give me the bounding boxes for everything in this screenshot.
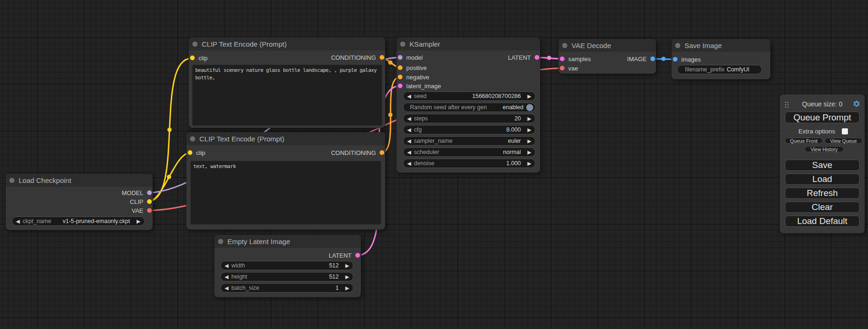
slot-dot-conditioning[interactable] <box>380 55 384 60</box>
widget-height[interactable]: ◀ height 512 ▶ <box>220 272 353 281</box>
input-slot-latent-image[interactable]: latent_image <box>398 83 441 89</box>
slot-dot-latent[interactable] <box>535 55 539 60</box>
node-title-bar[interactable]: Load Checkpoint <box>6 174 153 187</box>
node-title-bar[interactable]: CLIP Text Encode (Prompt) <box>189 37 385 50</box>
prompt-textarea[interactable]: text, watermark <box>191 161 381 224</box>
slot-dot-conditioning[interactable] <box>398 75 402 79</box>
widget-denoise[interactable]: ◀ denoise 1.000 ▶ <box>403 159 536 168</box>
slot-dot-latent[interactable] <box>398 84 402 88</box>
widget-sampler-name[interactable]: ◀ sampler_name euler ▶ <box>403 136 536 146</box>
input-slot-model[interactable]: model <box>398 54 423 61</box>
widget-batch-size[interactable]: ◀ batch_size 1 ▶ <box>220 283 353 293</box>
node-title-bar[interactable]: Empty Latent Image <box>214 235 361 248</box>
widget-cfg[interactable]: ◀ cfg 8.000 ▶ <box>403 125 536 134</box>
queue-prompt-button[interactable]: Queue Prompt <box>785 112 860 123</box>
graph-canvas[interactable]: Load Checkpoint MODEL CLIP VAE ◀ ckpt_na… <box>0 0 868 329</box>
node-vae-decode[interactable]: VAE Decode samples vae IMAGE <box>558 39 656 74</box>
load-button[interactable]: Load <box>785 174 860 185</box>
decrement-arrow-icon[interactable]: ◀ <box>225 285 228 291</box>
widget-filename-prefix[interactable]: filename_prefix ComfyUI <box>677 65 762 74</box>
comfy-menu-panel[interactable]: Queue size: 0 Queue Prompt Extra options… <box>780 94 865 233</box>
decrement-arrow-icon[interactable]: ◀ <box>407 127 411 133</box>
slot-dot-clip[interactable] <box>147 199 152 204</box>
slot-dot-latent[interactable] <box>355 253 360 258</box>
slot-dot-clip[interactable] <box>190 56 195 60</box>
widget-seed[interactable]: ◀ seed 156680208700286 ▶ <box>403 91 536 101</box>
collapse-dot-icon[interactable] <box>218 239 223 244</box>
input-slot-clip[interactable]: clip <box>190 55 208 61</box>
widget-scheduler[interactable]: ◀ scheduler normal ▶ <box>403 147 536 157</box>
link-dot[interactable] <box>547 56 551 60</box>
collapse-dot-icon[interactable] <box>675 43 680 48</box>
output-slot-latent[interactable]: LATENT <box>329 252 360 259</box>
slot-dot-clip[interactable] <box>188 150 192 155</box>
increment-arrow-icon[interactable]: ▶ <box>528 138 531 144</box>
output-slot-conditioning[interactable]: CONDITIONING <box>331 54 384 61</box>
input-slot-vae[interactable]: vae <box>560 65 578 71</box>
increment-arrow-icon[interactable]: ▶ <box>528 161 531 167</box>
slot-dot-latent[interactable] <box>560 56 565 61</box>
collapse-dot-icon[interactable] <box>562 43 567 48</box>
settings-gear-icon[interactable] <box>853 100 861 108</box>
slot-dot-image[interactable] <box>673 57 677 62</box>
slot-dot-image[interactable] <box>650 56 655 61</box>
slot-dot-vae[interactable] <box>560 66 565 70</box>
node-load-checkpoint[interactable]: Load Checkpoint MODEL CLIP VAE ◀ ckpt_na… <box>6 174 153 230</box>
slot-dot-conditioning[interactable] <box>380 150 384 155</box>
slot-dot-vae[interactable] <box>147 208 152 213</box>
node-title-bar[interactable]: KSampler <box>396 37 540 50</box>
node-ksampler[interactable]: KSampler model positive negative latent_… <box>396 37 540 173</box>
node-title-bar[interactable]: CLIP Text Encode (Prompt) <box>186 132 385 145</box>
output-slot-conditioning[interactable]: CONDITIONING <box>331 149 384 156</box>
save-button[interactable]: Save <box>785 160 860 171</box>
decrement-arrow-icon[interactable]: ◀ <box>16 218 20 224</box>
increment-arrow-icon[interactable]: ▶ <box>137 218 141 224</box>
widget-width[interactable]: ◀ width 512 ▶ <box>220 261 353 270</box>
node-clip-text-encode-positive[interactable]: CLIP Text Encode (Prompt) clip CONDITION… <box>189 37 385 128</box>
collapse-dot-icon[interactable] <box>192 42 198 47</box>
clear-button[interactable]: Clear <box>785 202 860 213</box>
input-slot-positive[interactable]: positive <box>398 64 427 71</box>
slot-dot-model[interactable] <box>147 190 152 195</box>
input-slot-samples[interactable]: samples <box>560 56 591 62</box>
widget-random-seed[interactable]: Random seed after every gen enabled <box>403 103 536 112</box>
decrement-arrow-icon[interactable]: ◀ <box>407 116 411 122</box>
queue-front-button[interactable]: Queue Front <box>785 138 823 144</box>
node-empty-latent-image[interactable]: Empty Latent Image LATENT ◀ width 512 ▶ … <box>214 235 361 297</box>
increment-arrow-icon[interactable]: ▶ <box>346 263 349 269</box>
widget-ckpt-name[interactable]: ◀ ckpt_name v1-5-pruned-emaonly.ckpt ▶ <box>12 217 145 226</box>
increment-arrow-icon[interactable]: ▶ <box>528 93 531 99</box>
collapse-dot-icon[interactable] <box>400 42 405 47</box>
load-default-button[interactable]: Load Default <box>785 216 860 227</box>
node-save-image[interactable]: Save Image images filename_prefix ComfyU… <box>671 39 770 79</box>
slot-dot-model[interactable] <box>398 55 402 60</box>
prompt-textarea[interactable]: beautiful scenery nature glass bottle la… <box>192 65 382 126</box>
refresh-button[interactable]: Refresh <box>785 188 860 199</box>
decrement-arrow-icon[interactable]: ◀ <box>407 149 411 155</box>
output-slot-clip[interactable]: CLIP <box>130 198 152 205</box>
output-slot-vae[interactable]: VAE <box>132 207 152 214</box>
increment-arrow-icon[interactable]: ▶ <box>528 127 531 133</box>
widget-steps[interactable]: ◀ steps 20 ▶ <box>403 114 536 123</box>
output-slot-image[interactable]: IMAGE <box>627 56 655 62</box>
input-slot-images[interactable]: images <box>673 56 701 63</box>
output-slot-latent[interactable]: LATENT <box>508 54 539 61</box>
decrement-arrow-icon[interactable]: ◀ <box>407 93 411 99</box>
increment-arrow-icon[interactable]: ▶ <box>528 116 531 122</box>
link-dot[interactable] <box>167 127 171 132</box>
increment-arrow-icon[interactable]: ▶ <box>346 274 349 280</box>
decrement-arrow-icon[interactable]: ◀ <box>407 138 411 144</box>
collapse-dot-icon[interactable] <box>9 178 14 183</box>
view-queue-button[interactable]: View Queue <box>825 138 862 144</box>
decrement-arrow-icon[interactable]: ◀ <box>407 161 411 167</box>
input-slot-clip[interactable]: clip <box>188 149 205 156</box>
link-dot[interactable] <box>661 56 665 61</box>
extra-options-checkbox[interactable] <box>842 128 848 134</box>
node-title-bar[interactable]: Save Image <box>671 39 770 52</box>
increment-arrow-icon[interactable]: ▶ <box>346 285 349 291</box>
node-title-bar[interactable]: VAE Decode <box>558 39 656 52</box>
slot-dot-conditioning[interactable] <box>398 65 402 70</box>
increment-arrow-icon[interactable]: ▶ <box>528 149 531 155</box>
decrement-arrow-icon[interactable]: ◀ <box>225 274 228 280</box>
view-history-button[interactable]: View History <box>804 146 844 152</box>
